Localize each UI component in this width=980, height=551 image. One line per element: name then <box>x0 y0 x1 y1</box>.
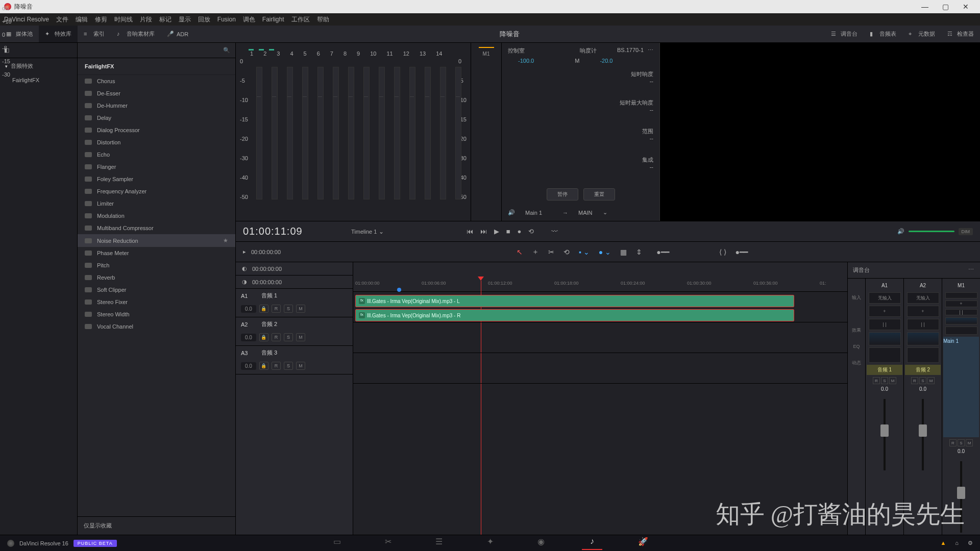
mute-button[interactable]: M <box>927 377 935 384</box>
menu-file[interactable]: 文件 <box>56 15 68 24</box>
solo-button[interactable]: S <box>881 377 888 384</box>
track-lane-A3[interactable] <box>353 353 847 384</box>
fx-item-chorus[interactable]: Chorus <box>78 75 235 87</box>
fx-item-soft-clipper[interactable]: Soft Clipper <box>78 284 235 296</box>
solo-button[interactable]: S <box>919 377 926 384</box>
show-favorites-toggle[interactable]: 仅显示收藏 <box>78 516 235 535</box>
rewind-button[interactable]: ⏮ <box>467 228 473 235</box>
time-ruler[interactable]: 01:00:00:0001:00:06:0001:00:12:0001:00:1… <box>353 262 847 292</box>
menu-mark[interactable]: 标记 <box>159 15 172 24</box>
arm-button[interactable]: R <box>272 305 281 313</box>
mixer-strip-A1[interactable]: A1无输入+| |音频 1RSM0.0 <box>865 279 903 535</box>
solo-button[interactable]: S <box>284 305 293 313</box>
menu-playback[interactable]: 回放 <box>198 15 210 24</box>
lock-icon[interactable]: 🔒 <box>259 305 268 313</box>
clip-fx-icon[interactable]: fx <box>359 298 365 304</box>
page-deliver[interactable]: 🚀 <box>633 537 653 550</box>
chevron-down-icon[interactable]: ⌄ <box>603 209 607 216</box>
fx-item-noise-reduction[interactable]: Noise Reduction★ <box>78 234 235 247</box>
fx-item-phase-meter[interactable]: Phase Meter <box>78 247 235 259</box>
arm-button[interactable]: R <box>911 377 918 384</box>
fx-item-multiband-compressor[interactable]: Multiband Compressor <box>78 222 235 234</box>
audio-clip[interactable]: fxIll.Gates - Irma Vep(Original Mix).mp3… <box>355 295 794 307</box>
star-icon[interactable]: ★ <box>223 237 228 244</box>
dynamics-slot[interactable] <box>907 347 939 363</box>
timecode-display[interactable]: 01:00:11:09 <box>243 226 345 237</box>
mute-button[interactable]: M <box>296 305 305 313</box>
track-header-A2[interactable]: A2音频 20.0🔒RSM <box>236 317 353 346</box>
fader[interactable] <box>922 399 924 470</box>
fast-forward-button[interactable]: ⏭ <box>480 228 487 235</box>
insert-slot[interactable]: + <box>907 306 939 317</box>
dynamics-slot[interactable] <box>869 347 901 363</box>
loop-button[interactable]: ⟲ <box>528 228 534 235</box>
dim-button[interactable]: DIM <box>959 228 973 235</box>
lock-icon[interactable]: 🔒 <box>259 333 268 341</box>
fx-item-limiter[interactable]: Limiter <box>78 197 235 210</box>
arm-button[interactable]: R <box>949 439 957 446</box>
insert-slot2[interactable]: | | <box>907 319 939 330</box>
page-fairlight[interactable]: ♪ <box>582 537 602 550</box>
mixer-toggle-button[interactable]: ☰调音台 <box>825 30 864 38</box>
fader[interactable] <box>884 399 886 470</box>
inspector-button[interactable]: ☶检查器 <box>941 30 980 38</box>
in-point-marker[interactable] <box>397 288 401 292</box>
record-button[interactable]: ● <box>518 228 522 235</box>
stop-button[interactable]: ■ <box>506 228 510 235</box>
index-button[interactable]: ≡索引 <box>78 26 111 42</box>
metadata-button[interactable]: ⌖元数据 <box>902 30 941 38</box>
tracks-area[interactable]: 01:00:00:0001:00:06:0001:00:12:0001:00:1… <box>353 262 847 535</box>
effects-search[interactable]: 🔍 <box>78 43 235 58</box>
track-header-A1[interactable]: A1音频 10.0🔒RSM <box>236 289 353 317</box>
arm-button[interactable]: R <box>272 333 281 341</box>
adr-button[interactable]: 🎤ADR <box>161 26 194 42</box>
track-lane-A2[interactable] <box>353 322 847 353</box>
menu-trim[interactable]: 修剪 <box>95 15 107 24</box>
fx-item-distortion[interactable]: Distortion <box>78 136 235 148</box>
mute-button[interactable]: M <box>296 333 305 341</box>
add-marker-tool[interactable]: ＋ <box>532 247 539 257</box>
fx-item-dialog-processor[interactable]: Dialog Processor <box>78 124 235 136</box>
loudness-standard[interactable]: BS.1770-1 <box>617 47 644 55</box>
page-cut[interactable]: ✂ <box>378 537 398 550</box>
flag-1[interactable]: ▪ ⌄ <box>579 248 590 256</box>
playhead-icon[interactable] <box>478 277 484 281</box>
fader-knob[interactable] <box>880 424 889 437</box>
track-header-A3[interactable]: A3音频 30.0🔒RSM <box>236 346 353 374</box>
page-edit[interactable]: ☰ <box>429 537 449 550</box>
page-media[interactable]: ▭ <box>327 537 347 550</box>
clip-fx-icon[interactable]: fx <box>359 312 365 318</box>
fx-item-modulation[interactable]: Modulation <box>78 210 235 222</box>
mute-button[interactable]: M <box>296 362 305 370</box>
menu-fairlight[interactable]: Fairlight <box>262 16 284 23</box>
flag-2[interactable]: ● ⌄ <box>599 248 611 256</box>
snapping-tool[interactable]: ▦ <box>620 248 627 256</box>
menu-help[interactable]: 帮助 <box>317 15 329 24</box>
solo-button[interactable]: S <box>284 333 293 341</box>
track-lane-A1[interactable]: fxIll.Gates - Irma Vep(Original Mix).mp3… <box>353 292 847 322</box>
menu-color[interactable]: 调色 <box>243 15 255 24</box>
fx-item-stereo-fixer[interactable]: Stereo Fixer <box>78 296 235 308</box>
fx-item-flanger[interactable]: Flanger <box>78 161 235 173</box>
fx-item-vocal-channel[interactable]: Vocal Channel <box>78 320 235 333</box>
insert-slot2[interactable]: | | <box>869 319 901 330</box>
mixer-strip-M1[interactable]: M1+| |Main 1RSM0.0 <box>942 279 980 535</box>
insert-slot2[interactable]: | | <box>945 309 977 315</box>
reset-button[interactable]: 重置 <box>583 188 615 201</box>
video-viewer[interactable] <box>659 43 980 221</box>
mixer-options-icon[interactable]: ⋯ <box>968 266 975 274</box>
settings-icon[interactable]: ⚙ <box>968 540 973 546</box>
fx-item-frequency-analyzer[interactable]: Frequency Analyzer <box>78 185 235 197</box>
automation-icon[interactable]: 〰 <box>551 228 558 235</box>
monitor-source[interactable]: Main 1 <box>525 210 542 216</box>
page-color[interactable]: ◉ <box>531 537 551 550</box>
scroll-tool[interactable]: ⇕ <box>636 248 642 256</box>
pause-button[interactable]: 暂停 <box>547 188 578 201</box>
mute-button[interactable]: M <box>889 377 896 384</box>
mixer-strip-A2[interactable]: A2无输入+| |音频 2RSM0.0 <box>903 279 942 535</box>
input-select[interactable] <box>945 292 977 298</box>
monitor-output[interactable]: MAIN <box>578 210 593 216</box>
menu-fusion[interactable]: Fusion <box>217 16 236 23</box>
fx-item-delay[interactable]: Delay <box>78 112 235 124</box>
fx-item-de-hummer[interactable]: De-Hummer <box>78 99 235 112</box>
